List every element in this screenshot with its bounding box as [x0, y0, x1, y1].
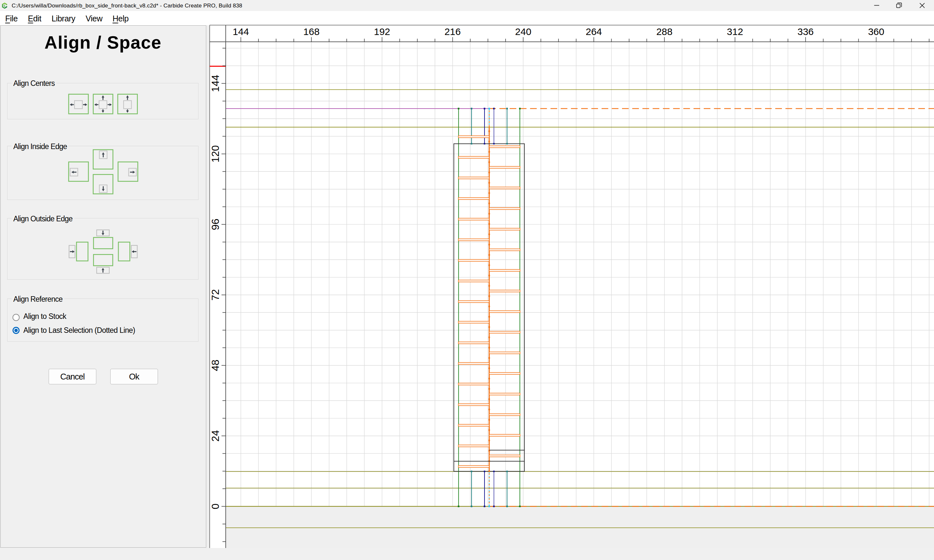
svg-text:0: 0	[210, 504, 221, 509]
svg-text:24: 24	[210, 430, 221, 442]
svg-text:336: 336	[797, 26, 814, 37]
svg-text:312: 312	[727, 26, 743, 37]
svg-text:96: 96	[210, 219, 221, 231]
svg-text:144: 144	[210, 75, 221, 92]
svg-text:264: 264	[586, 26, 602, 37]
svg-text:48: 48	[210, 360, 221, 371]
svg-text:288: 288	[657, 26, 673, 37]
svg-text:192: 192	[374, 26, 390, 37]
svg-text:168: 168	[303, 26, 319, 37]
svg-text:360: 360	[868, 26, 885, 37]
svg-text:240: 240	[515, 26, 531, 37]
svg-text:144: 144	[233, 26, 249, 37]
svg-text:216: 216	[445, 26, 461, 37]
svg-text:72: 72	[210, 289, 221, 301]
svg-text:120: 120	[210, 145, 221, 162]
